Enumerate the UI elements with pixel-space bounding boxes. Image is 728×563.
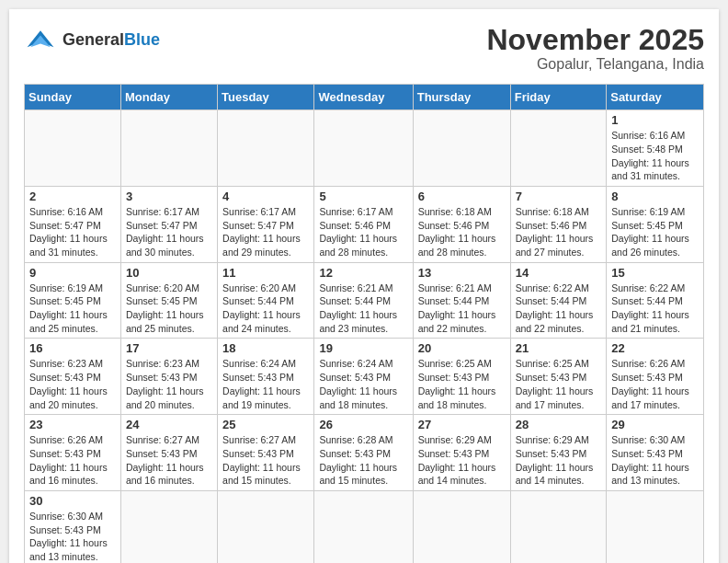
location: Gopalur, Telangana, India	[486, 56, 704, 73]
logo-text: GeneralBlue	[63, 31, 160, 50]
day-number: 2	[29, 190, 116, 203]
day-cell: 13Sunrise: 6:21 AM Sunset: 5:44 PM Dayli…	[413, 262, 510, 339]
calendar-header: GeneralBlue November 2025 Gopalur, Telan…	[24, 24, 704, 73]
day-info: Sunrise: 6:16 AM Sunset: 5:48 PM Dayligh…	[611, 129, 699, 183]
day-info: Sunrise: 6:22 AM Sunset: 5:44 PM Dayligh…	[611, 282, 699, 336]
day-number: 3	[126, 190, 212, 203]
day-number: 25	[222, 418, 309, 431]
day-cell	[413, 490, 510, 563]
day-info: Sunrise: 6:17 AM Sunset: 5:47 PM Dayligh…	[222, 205, 309, 259]
day-cell: 26Sunrise: 6:28 AM Sunset: 5:43 PM Dayli…	[314, 415, 413, 491]
day-cell: 27Sunrise: 6:29 AM Sunset: 5:43 PM Dayli…	[413, 415, 510, 491]
day-number: 24	[126, 418, 212, 431]
day-info: Sunrise: 6:18 AM Sunset: 5:46 PM Dayligh…	[418, 205, 506, 259]
day-info: Sunrise: 6:27 AM Sunset: 5:43 PM Dayligh…	[126, 433, 212, 488]
day-cell	[120, 110, 217, 187]
day-info: Sunrise: 6:30 AM Sunset: 5:43 PM Dayligh…	[611, 433, 699, 488]
day-cell: 24Sunrise: 6:27 AM Sunset: 5:43 PM Dayli…	[120, 415, 217, 491]
day-number: 5	[319, 190, 407, 203]
day-cell: 22Sunrise: 6:26 AM Sunset: 5:43 PM Dayli…	[607, 339, 704, 415]
day-info: Sunrise: 6:20 AM Sunset: 5:44 PM Dayligh…	[222, 282, 309, 336]
week-row-5: 30Sunrise: 6:30 AM Sunset: 5:43 PM Dayli…	[25, 490, 704, 563]
day-number: 30	[29, 494, 116, 508]
day-cell: 4Sunrise: 6:17 AM Sunset: 5:47 PM Daylig…	[218, 186, 314, 262]
day-number: 28	[516, 418, 602, 431]
day-cell	[218, 110, 314, 187]
day-cell: 29Sunrise: 6:30 AM Sunset: 5:43 PM Dayli…	[607, 415, 704, 491]
day-cell: 1Sunrise: 6:16 AM Sunset: 5:48 PM Daylig…	[607, 110, 704, 187]
day-cell: 15Sunrise: 6:22 AM Sunset: 5:44 PM Dayli…	[607, 262, 704, 339]
day-info: Sunrise: 6:26 AM Sunset: 5:43 PM Dayligh…	[29, 433, 116, 488]
week-row-0: 1Sunrise: 6:16 AM Sunset: 5:48 PM Daylig…	[25, 110, 704, 187]
day-number: 19	[319, 341, 407, 355]
day-info: Sunrise: 6:20 AM Sunset: 5:45 PM Dayligh…	[126, 282, 212, 336]
day-cell	[314, 490, 413, 563]
weekday-header-row: SundayMondayTuesdayWednesdayThursdayFrid…	[25, 85, 704, 110]
day-cell: 12Sunrise: 6:21 AM Sunset: 5:44 PM Dayli…	[314, 262, 413, 339]
day-number: 1	[611, 113, 699, 127]
day-info: Sunrise: 6:28 AM Sunset: 5:43 PM Dayligh…	[319, 433, 407, 488]
day-info: Sunrise: 6:29 AM Sunset: 5:43 PM Dayligh…	[418, 433, 506, 488]
day-cell: 9Sunrise: 6:19 AM Sunset: 5:45 PM Daylig…	[25, 262, 121, 339]
day-cell: 30Sunrise: 6:30 AM Sunset: 5:43 PM Dayli…	[25, 490, 121, 563]
day-info: Sunrise: 6:18 AM Sunset: 5:46 PM Dayligh…	[516, 205, 602, 259]
day-cell	[314, 110, 413, 187]
day-info: Sunrise: 6:17 AM Sunset: 5:47 PM Dayligh…	[126, 205, 212, 259]
day-number: 20	[418, 341, 506, 355]
day-cell	[25, 110, 121, 187]
day-info: Sunrise: 6:23 AM Sunset: 5:43 PM Dayligh…	[126, 357, 212, 411]
day-number: 26	[319, 418, 407, 431]
day-number: 13	[418, 266, 506, 280]
day-cell: 2Sunrise: 6:16 AM Sunset: 5:47 PM Daylig…	[25, 186, 121, 262]
day-cell: 28Sunrise: 6:29 AM Sunset: 5:43 PM Dayli…	[510, 415, 607, 491]
day-info: Sunrise: 6:24 AM Sunset: 5:43 PM Dayligh…	[319, 357, 407, 411]
week-row-1: 2Sunrise: 6:16 AM Sunset: 5:47 PM Daylig…	[25, 186, 704, 262]
day-number: 29	[611, 418, 699, 431]
day-number: 23	[29, 418, 116, 431]
day-cell	[413, 110, 510, 187]
weekday-header-wednesday: Wednesday	[314, 85, 413, 110]
day-info: Sunrise: 6:27 AM Sunset: 5:43 PM Dayligh…	[222, 433, 309, 488]
day-cell	[510, 490, 607, 563]
day-number: 18	[222, 341, 309, 355]
day-cell: 14Sunrise: 6:22 AM Sunset: 5:44 PM Dayli…	[510, 262, 607, 339]
day-number: 16	[29, 341, 116, 355]
day-info: Sunrise: 6:24 AM Sunset: 5:43 PM Dayligh…	[222, 357, 309, 411]
day-cell: 21Sunrise: 6:25 AM Sunset: 5:43 PM Dayli…	[510, 339, 607, 415]
day-cell: 10Sunrise: 6:20 AM Sunset: 5:45 PM Dayli…	[120, 262, 217, 339]
logo: GeneralBlue	[24, 24, 160, 57]
day-number: 27	[418, 418, 506, 431]
day-info: Sunrise: 6:17 AM Sunset: 5:46 PM Dayligh…	[319, 205, 407, 259]
week-row-3: 16Sunrise: 6:23 AM Sunset: 5:43 PM Dayli…	[25, 339, 704, 415]
weekday-header-monday: Monday	[120, 85, 217, 110]
day-cell: 18Sunrise: 6:24 AM Sunset: 5:43 PM Dayli…	[218, 339, 314, 415]
day-number: 7	[516, 190, 602, 203]
day-cell: 19Sunrise: 6:24 AM Sunset: 5:43 PM Dayli…	[314, 339, 413, 415]
week-row-4: 23Sunrise: 6:26 AM Sunset: 5:43 PM Dayli…	[25, 415, 704, 491]
day-cell	[607, 490, 704, 563]
day-info: Sunrise: 6:29 AM Sunset: 5:43 PM Dayligh…	[516, 433, 602, 488]
day-info: Sunrise: 6:16 AM Sunset: 5:47 PM Dayligh…	[29, 205, 116, 259]
day-cell: 6Sunrise: 6:18 AM Sunset: 5:46 PM Daylig…	[413, 186, 510, 262]
weekday-header-sunday: Sunday	[25, 85, 121, 110]
day-number: 21	[516, 341, 602, 355]
day-cell: 7Sunrise: 6:18 AM Sunset: 5:46 PM Daylig…	[510, 186, 607, 262]
day-number: 22	[611, 341, 699, 355]
day-cell: 5Sunrise: 6:17 AM Sunset: 5:46 PM Daylig…	[314, 186, 413, 262]
day-number: 17	[126, 341, 212, 355]
day-info: Sunrise: 6:30 AM Sunset: 5:43 PM Dayligh…	[29, 510, 116, 563]
day-cell: 16Sunrise: 6:23 AM Sunset: 5:43 PM Dayli…	[25, 339, 121, 415]
day-cell: 8Sunrise: 6:19 AM Sunset: 5:45 PM Daylig…	[607, 186, 704, 262]
day-number: 11	[222, 266, 309, 280]
day-number: 4	[222, 190, 309, 203]
day-cell	[218, 490, 314, 563]
day-info: Sunrise: 6:25 AM Sunset: 5:43 PM Dayligh…	[418, 357, 506, 411]
day-cell: 3Sunrise: 6:17 AM Sunset: 5:47 PM Daylig…	[120, 186, 217, 262]
day-info: Sunrise: 6:21 AM Sunset: 5:44 PM Dayligh…	[418, 282, 506, 336]
day-cell: 25Sunrise: 6:27 AM Sunset: 5:43 PM Dayli…	[218, 415, 314, 491]
day-cell: 17Sunrise: 6:23 AM Sunset: 5:43 PM Dayli…	[120, 339, 217, 415]
weekday-header-tuesday: Tuesday	[218, 85, 314, 110]
weekday-header-friday: Friday	[510, 85, 607, 110]
day-info: Sunrise: 6:25 AM Sunset: 5:43 PM Dayligh…	[516, 357, 602, 411]
day-cell: 20Sunrise: 6:25 AM Sunset: 5:43 PM Dayli…	[413, 339, 510, 415]
